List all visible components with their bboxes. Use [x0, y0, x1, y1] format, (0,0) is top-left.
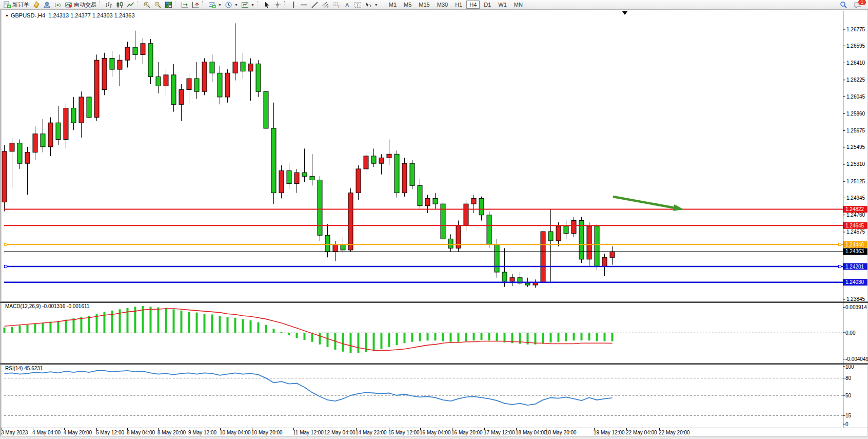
panel-splitter: [0, 301, 868, 302]
candle: [141, 44, 145, 55]
chart-shift-icon: [192, 1, 200, 9]
rsi-axis-label: 0: [845, 422, 849, 427]
horizontal-line-button[interactable]: [299, 1, 309, 9]
candle: [479, 198, 484, 215]
rsi-axis-label: 100: [845, 364, 854, 370]
line-chart-icon: [127, 1, 134, 9]
tf-button-h4[interactable]: H4: [466, 1, 480, 9]
toolbar-separator: [175, 1, 177, 8]
templates-button[interactable]: ▼: [240, 1, 256, 9]
chart-title: ▼GBPUSD-,H4 1.24313 1.24377 1.24303 1.24…: [5, 12, 135, 18]
candle: [387, 154, 391, 158]
candlestick-chart-button[interactable]: [114, 1, 125, 9]
auto-scroll-button[interactable]: [180, 1, 190, 9]
trend-arrow-line[interactable]: [613, 197, 675, 208]
line-handle[interactable]: [839, 243, 841, 246]
candlestick-chart-icon: [116, 1, 124, 9]
date-axis-label: 8 May 20:00: [157, 430, 186, 435]
template-icon: [241, 1, 249, 9]
chart-shift-marker[interactable]: [622, 11, 627, 15]
cursor-button[interactable]: [262, 1, 272, 9]
community-icon: [43, 1, 51, 9]
candle: [587, 226, 591, 259]
crosshair-icon: [274, 1, 282, 9]
candle: [402, 163, 407, 193]
date-axis-label: 10 May 04:00: [220, 430, 251, 435]
signals-button[interactable]: [52, 1, 63, 9]
tf-button-h1[interactable]: H1: [452, 1, 465, 9]
fibonacci-button[interactable]: F: [331, 1, 343, 9]
candle: [110, 59, 114, 70]
price-badge-label: 1.24030: [845, 279, 864, 285]
price-axis-label: 1.24760: [846, 212, 865, 218]
market-button[interactable]: [31, 1, 42, 9]
date-axis-label: 22 May 20:00: [659, 430, 690, 435]
candle: [579, 220, 584, 259]
candle: [64, 108, 68, 139]
toolbar-separator: [284, 1, 287, 8]
candle: [56, 123, 61, 139]
price-axis-label: 1.24575: [846, 229, 865, 235]
chart-shift-button[interactable]: [190, 1, 201, 9]
candle: [164, 75, 168, 86]
arrows-button[interactable]: ▼: [363, 1, 380, 9]
tf-button-mn[interactable]: MN: [511, 1, 526, 9]
tf-button-w1[interactable]: W1: [495, 1, 510, 9]
autotrading-label: 自动交易: [74, 1, 96, 9]
tile-windows-button[interactable]: [163, 1, 174, 9]
rsi-axis-label: 50: [845, 393, 852, 398]
candle: [79, 97, 84, 123]
candle: [310, 176, 314, 180]
chart-canvas[interactable]: 1.267751.265951.264101.262251.260451.258…: [0, 0, 868, 439]
zoom-out-button[interactable]: [152, 1, 163, 9]
tf-button-m5[interactable]: M5: [401, 1, 415, 9]
text-label-button[interactable]: T: [352, 1, 363, 9]
autotrading-button[interactable]: 自动交易: [63, 1, 98, 9]
community-button[interactable]: [42, 1, 52, 9]
trendline-button[interactable]: [309, 1, 320, 9]
candle: [10, 143, 14, 151]
line-handle[interactable]: [5, 243, 7, 246]
symbol-dropdown-icon[interactable]: ▼: [5, 14, 9, 17]
candle: [102, 59, 107, 90]
candle: [156, 77, 161, 86]
candle: [271, 128, 276, 193]
periods-button[interactable]: ▼: [223, 1, 240, 9]
equidistant-channel-button[interactable]: E: [320, 1, 331, 9]
main-toolbar: 新订单 自动交易 ▼ ▼: [0, 0, 868, 10]
candle: [356, 169, 361, 193]
new-order-button[interactable]: 新订单: [2, 1, 31, 9]
price-axis-label: 1.25125: [846, 179, 865, 184]
tf-button-d1[interactable]: D1: [481, 1, 494, 9]
toolbar-separator: [381, 1, 383, 8]
candle: [210, 62, 214, 73]
tf-button-m30[interactable]: M30: [434, 1, 451, 9]
zoom-in-button[interactable]: [142, 1, 152, 9]
line-chart-button[interactable]: [125, 1, 136, 9]
date-axis-label: 5 May 12:00: [96, 430, 124, 435]
candle: [510, 278, 515, 281]
search-button[interactable]: [838, 1, 849, 9]
candle: [564, 226, 568, 233]
tf-button-m15[interactable]: M15: [416, 1, 432, 9]
line-handle[interactable]: [839, 265, 841, 268]
add-indicator-button[interactable]: ▼: [207, 1, 223, 9]
trend-arrow-head[interactable]: [673, 204, 684, 211]
panel-splitter: [0, 364, 868, 365]
text-button[interactable]: A: [343, 1, 352, 9]
zoom-out-icon: [154, 1, 162, 9]
price-badge-label: 1.24440: [845, 242, 864, 247]
vertical-line-button[interactable]: [289, 1, 299, 9]
line-handle[interactable]: [5, 265, 7, 268]
candle: [502, 272, 507, 281]
date-axis-label: 14 May 23:00: [356, 430, 387, 435]
candle: [17, 143, 22, 163]
tf-button-m1[interactable]: M1: [386, 1, 400, 9]
bar-chart-button[interactable]: [104, 1, 114, 9]
crosshair-button[interactable]: [272, 1, 283, 9]
candle: [87, 97, 91, 117]
toolbar-right-group: 1: [838, 1, 866, 9]
notifications-button[interactable]: 1: [852, 1, 863, 9]
candle: [2, 151, 7, 202]
candle: [471, 198, 476, 204]
